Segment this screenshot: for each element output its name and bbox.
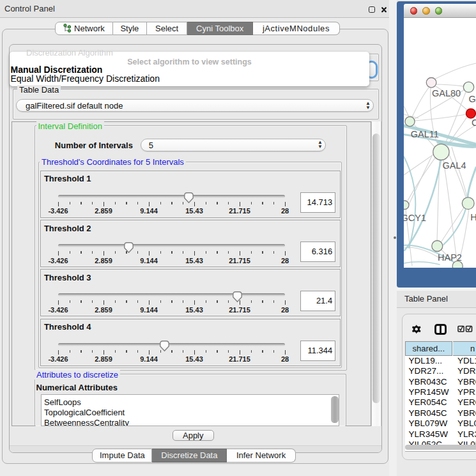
svg-text:GAL4: GAL4: [442, 160, 466, 171]
svg-text:HA: HA: [470, 211, 476, 222]
svg-text:HAP2: HAP2: [438, 252, 462, 263]
svg-text:CY: CY: [472, 118, 476, 128]
svg-text:GAL1: GAL1: [469, 93, 476, 104]
svg-text:GAL80: GAL80: [432, 88, 461, 98]
svg-text:GAL11: GAL11: [411, 128, 439, 139]
svg-text:GCY1: GCY1: [404, 212, 426, 222]
